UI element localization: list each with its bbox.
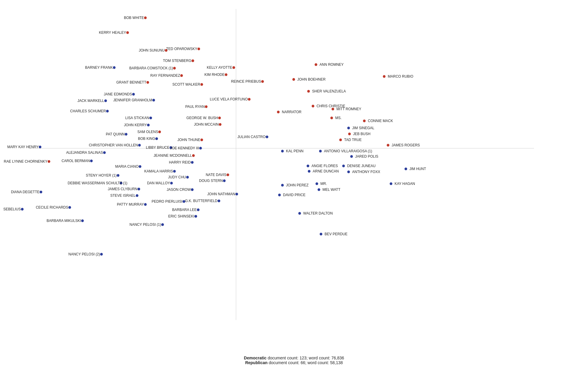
data-label: CHARLES SCHUMER [54,109,106,113]
data-label: TOM STENBERG [139,59,191,63]
data-point [348,133,351,135]
data-label: JOE KENNEDY III [147,146,199,150]
data-point [117,174,120,177]
data-point [319,150,322,153]
data-label: ARNE DUNCAN [313,169,339,173]
data-label: JOHN NATHMAN [183,192,235,196]
data-point [195,215,197,218]
data-label: STEVE ISRAEL [84,193,136,198]
data-label: JAMES CLYBURN [85,187,137,191]
data-point [39,146,42,148]
data-label: DIANA DEGETTE [0,190,39,194]
data-point [147,124,150,127]
data-point [191,161,194,164]
data-label: DAN MALLOY [118,181,170,185]
data-point [298,212,301,215]
data-point [307,90,310,93]
data-point [90,160,93,162]
data-point [192,60,194,62]
data-label: DAVID PRICE [283,193,306,197]
data-point [161,223,164,226]
data-label: DENISE JUNEAU [347,164,376,168]
data-label: JOHN KERRY [95,123,147,127]
data-label: JAMES ROGERS [392,143,420,147]
data-label: BARBARA COMSTOCK (1) [121,66,173,70]
data-label: KAL PENN [286,149,303,153]
data-label: PAT QUINN [73,132,125,136]
y-axis [236,9,236,320]
data-label: STENY HOYER (1) [65,173,117,177]
data-label: BARBARA MIKULSKI [29,219,81,223]
data-point [81,220,84,222]
data-label: BOB KING [103,137,155,141]
data-label: MS. [335,116,341,120]
data-label: JOHN MCCAIN [167,122,219,127]
data-point [318,188,320,191]
data-point [191,188,194,191]
data-label: SCOTT WALKER [148,82,200,87]
data-label: KIM RHODE [173,73,225,77]
data-label: PAUL RYAN [153,105,205,109]
data-point [316,183,318,185]
data-label: BOB WHITE [92,16,144,20]
data-point [350,155,353,158]
data-label: GEORGE W. BUSH [166,116,218,120]
republican-stats: Republican document count: 66; word coun… [244,360,344,365]
data-label: JASON CROW [139,188,191,192]
data-label: DEBBIE WASSERMAN SCHULTZ (1) [68,181,120,185]
data-point [40,191,42,193]
data-label: NARRATOR [282,110,301,114]
data-label: BARBARA LEE [145,208,197,212]
data-label: ANTHONY FOXX [352,170,380,174]
data-label: JARED POLIS [355,154,378,159]
data-label: TAD TRUE [344,138,362,142]
data-label: KELLY AYOTTE [180,65,232,70]
data-label: GRANT BENNETT [94,80,146,84]
data-label: KAMALA HARRIS [121,169,173,173]
data-label: ALEJANDRA SALINAS [51,151,103,155]
data-label: MARY KAY HENRY [0,145,39,149]
data-label: NANCY PELOSI (1) [109,223,161,227]
data-point [136,194,139,197]
data-label: LISA STICKAN [97,116,149,120]
data-point [106,110,109,113]
data-point [113,66,116,69]
data-label: JENNIFER GRANHOLM [100,98,152,102]
data-point [132,93,135,96]
data-label: CAROL BERMAN [38,159,90,163]
data-label: BEV PERDUE [325,232,347,236]
data-point [126,31,129,34]
democratic-stats: Democratic document count: 123; word cou… [244,356,344,360]
data-point [312,105,314,108]
data-point [387,144,390,147]
data-label: NANCY PELOSI (2) [48,252,100,256]
data-label: ANGIE FLORES [312,164,338,168]
data-point [293,78,295,81]
data-point [227,174,229,176]
data-point [278,194,281,196]
data-label: SHER VALENZUELA [312,89,346,93]
data-point [199,147,202,150]
data-label: JOHN PEREZ [286,183,309,187]
data-point [225,73,228,76]
data-label: NATE DAVIS [174,173,226,177]
data-label: LUCE VELA FORTUNO [196,97,248,101]
data-label: JANE EDMONDS [80,92,132,96]
data-point [201,83,203,86]
data-label: BARNEY FRANK [61,65,113,70]
data-point [125,133,128,136]
data-point [342,165,345,167]
chart-footer: Democratic document count: 123; word cou… [244,356,344,365]
data-label: MEL WATT [322,188,340,192]
data-point [347,127,350,129]
data-point [281,150,284,153]
data-label: REINCE PRIEBUS [209,79,261,84]
republican-label: Republican [245,360,267,365]
data-point [339,139,342,141]
data-label: JEB BUSH [353,132,371,136]
data-label: HARRY REID [139,160,191,164]
data-point [173,170,176,173]
data-point [218,200,220,202]
data-label: JIM SINEGAL [352,126,374,130]
data-point [363,120,366,122]
